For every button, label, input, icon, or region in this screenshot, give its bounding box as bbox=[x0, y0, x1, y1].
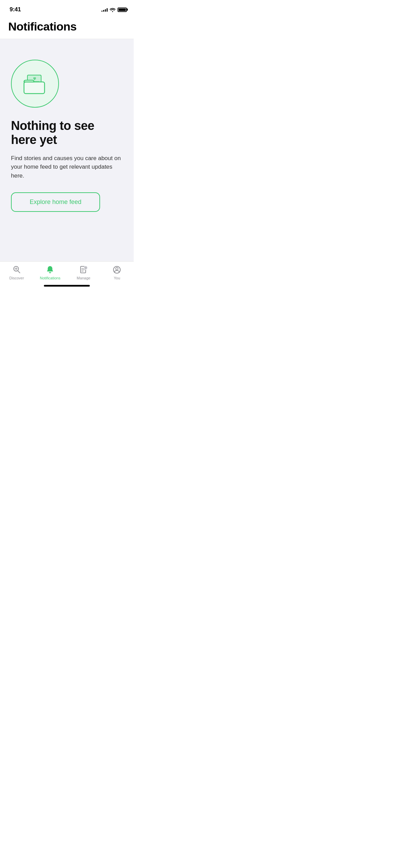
wifi-icon bbox=[110, 8, 116, 12]
svg-rect-3 bbox=[24, 82, 45, 94]
you-icon bbox=[112, 265, 122, 275]
home-indicator bbox=[44, 285, 90, 287]
empty-state-icon bbox=[11, 60, 59, 108]
page-title: Notifications bbox=[8, 20, 125, 33]
discover-label: Discover bbox=[9, 276, 24, 280]
explore-home-feed-button[interactable]: Explore home feed bbox=[11, 192, 100, 212]
page-header: Notifications bbox=[0, 17, 134, 39]
signal-icon bbox=[101, 8, 108, 12]
svg-point-10 bbox=[116, 267, 118, 270]
notifications-icon bbox=[45, 265, 55, 275]
svg-point-8 bbox=[84, 266, 87, 269]
main-content: Nothing to see here yet Find stories and… bbox=[0, 39, 134, 263]
status-bar: 9:41 bbox=[0, 0, 134, 17]
manage-icon bbox=[79, 265, 88, 275]
tab-discover[interactable]: Discover bbox=[0, 265, 34, 280]
discover-icon bbox=[12, 265, 22, 275]
manage-label: Manage bbox=[77, 276, 90, 280]
folder-notifications-icon bbox=[21, 72, 49, 96]
empty-state-title: Nothing to see here yet bbox=[11, 119, 123, 147]
status-icons bbox=[101, 8, 127, 12]
status-time: 9:41 bbox=[10, 6, 21, 13]
tab-you[interactable]: You bbox=[100, 265, 134, 280]
explore-home-feed-label: Explore home feed bbox=[29, 198, 81, 205]
you-label: You bbox=[114, 276, 120, 280]
empty-state-description: Find stories and causes you care about o… bbox=[11, 154, 123, 180]
notifications-label: Notifications bbox=[40, 276, 60, 280]
tab-notifications[interactable]: Notifications bbox=[34, 265, 67, 280]
tab-manage[interactable]: Manage bbox=[67, 265, 100, 280]
battery-icon bbox=[118, 8, 127, 12]
